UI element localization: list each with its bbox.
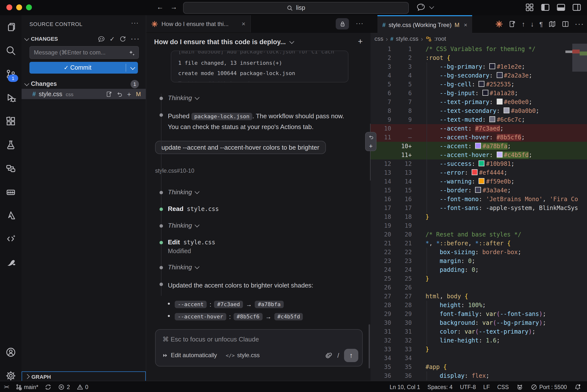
minimize-window-button[interactable] bbox=[16, 4, 22, 10]
more-actions-icon[interactable]: ··· bbox=[356, 20, 364, 27]
breadcrumb-folder[interactable]: css bbox=[374, 35, 383, 42]
back-button[interactable]: ← bbox=[155, 3, 165, 11]
new-chat-button[interactable]: + bbox=[358, 37, 363, 46]
statusbar-css[interactable]: CSS bbox=[497, 384, 509, 390]
toggle-primary-sidebar-button[interactable] bbox=[540, 2, 551, 13]
sidebar-item-containers[interactable] bbox=[0, 180, 22, 204]
tool-use-row[interactable]: Editstyle.cssModified bbox=[146, 238, 371, 255]
account-button[interactable] bbox=[0, 340, 22, 364]
statusbar-port[interactable]: Port : 5500 bbox=[530, 384, 567, 390]
breadcrumb[interactable]: css › # style.css › :root bbox=[374, 33, 446, 45]
sparkle-icon[interactable] bbox=[128, 49, 136, 56]
commit-button[interactable]: ✓ Commit bbox=[30, 62, 138, 74]
changed-file-row[interactable]: # style.css css + M bbox=[22, 89, 146, 99]
scm-count-badge: 1 bbox=[8, 74, 18, 82]
statusbar-remote[interactable]: >< bbox=[4, 384, 9, 390]
close-window-button[interactable] bbox=[7, 4, 12, 10]
code-line: 44 --bg-secondary: #2a2a3e; bbox=[371, 71, 587, 80]
sidebar-item-remote-explorer[interactable] bbox=[0, 156, 22, 180]
close-tab-icon[interactable]: × bbox=[242, 20, 245, 28]
stage-changes-icon[interactable]: + bbox=[127, 90, 131, 98]
sidebar-item-extensions[interactable] bbox=[0, 110, 22, 133]
thinking-row[interactable]: Thinking bbox=[146, 222, 371, 230]
changes-section-header[interactable]: CHANGES ✓ ··· bbox=[22, 34, 146, 44]
statusbar-error[interactable]: 2 bbox=[58, 384, 70, 390]
thinking-row[interactable]: Thinking bbox=[146, 94, 371, 102]
claude-spark-icon[interactable] bbox=[495, 20, 503, 28]
commit-dropdown-button[interactable] bbox=[126, 66, 138, 70]
edit-mode-selector[interactable]: Edit automatically bbox=[163, 352, 217, 359]
toggle-panel-button[interactable] bbox=[555, 2, 566, 13]
sidebar-item-search[interactable] bbox=[0, 39, 22, 62]
statusbar-sync[interactable] bbox=[45, 384, 52, 390]
stage-change-icon[interactable]: + bbox=[369, 144, 372, 149]
more-icon[interactable]: ··· bbox=[575, 20, 584, 28]
map-icon[interactable] bbox=[548, 20, 556, 28]
statusbar-bell[interactable] bbox=[574, 384, 581, 390]
breadcrumb-symbol[interactable]: :root bbox=[434, 35, 446, 42]
code-line: 11– --accent-hover: #8b5cf6; bbox=[371, 133, 587, 142]
editor-lock-button[interactable] bbox=[336, 18, 349, 30]
tool-use-row[interactable]: Readstyle.css bbox=[146, 205, 371, 214]
chat-scrollbar[interactable] bbox=[369, 324, 370, 368]
sidebar-item-explorer[interactable] bbox=[0, 15, 22, 39]
statusbar-spaces-4[interactable]: Spaces: 4 bbox=[427, 384, 452, 390]
statusbar-pig[interactable] bbox=[516, 384, 523, 390]
terminal-line: To https://github.com/... bbox=[178, 78, 341, 82]
scrollbar-thumb[interactable] bbox=[565, 50, 572, 53]
commit-check-icon[interactable]: ✓ bbox=[110, 35, 115, 42]
statusbar-utf-8[interactable]: UTF-8 bbox=[460, 384, 476, 390]
zoom-window-button[interactable] bbox=[26, 4, 32, 10]
commit-message-input[interactable]: Message (⌘Enter to com... bbox=[30, 46, 139, 59]
thinking-row[interactable]: Thinking bbox=[146, 264, 371, 271]
close-tab-icon[interactable]: × bbox=[464, 21, 467, 28]
more-actions-icon[interactable]: ··· bbox=[131, 34, 140, 43]
statusbar-ln-10-col-1[interactable]: Ln 10, Col 1 bbox=[390, 384, 420, 390]
arrow-up-icon[interactable]: ↑ bbox=[522, 20, 525, 28]
thinking-row[interactable]: Thinking bbox=[146, 188, 371, 196]
split-editor-icon[interactable] bbox=[561, 20, 569, 28]
old-line-number: 34 bbox=[372, 354, 391, 362]
chat-session-header[interactable]: How do I ensure that this code is deploy… bbox=[146, 33, 371, 50]
statusbar-branch[interactable]: main* bbox=[15, 384, 38, 390]
sidebar-item-azure[interactable] bbox=[0, 204, 22, 227]
refresh-icon[interactable] bbox=[119, 35, 126, 42]
copilot-menu[interactable] bbox=[416, 2, 436, 12]
editor-tab[interactable]: # style.css (Working Tree) M × bbox=[377, 15, 472, 33]
pilcrow-icon[interactable]: ¶ bbox=[539, 20, 543, 28]
arrow-down-icon[interactable]: ↓ bbox=[530, 20, 534, 28]
attached-file-chip[interactable]: </> style.css bbox=[226, 352, 260, 359]
more-actions-icon[interactable]: ··· bbox=[131, 19, 139, 26]
sidebar-item-code-sparkle[interactable] bbox=[0, 227, 22, 251]
sidebar-item-testing[interactable] bbox=[0, 133, 22, 156]
forward-button[interactable]: → bbox=[169, 3, 179, 11]
toggle-secondary-sidebar-button[interactable] bbox=[571, 2, 582, 13]
command-center-search[interactable]: lisp bbox=[183, 2, 409, 14]
graph-section-header[interactable]: GRAPH bbox=[22, 372, 146, 382]
sidebar-item-source-control[interactable]: 1 bbox=[0, 62, 22, 86]
minimap-viewport[interactable] bbox=[572, 44, 587, 72]
statusbar-warning[interactable]: 0 bbox=[76, 384, 88, 390]
diff-editor: # style.css (Working Tree) M × ↑↓¶··· cs… bbox=[371, 15, 587, 381]
chat-input[interactable]: ⌘ Esc to focus or unfocus Claude Edit au… bbox=[155, 329, 363, 366]
sidebar-item-run-debug[interactable] bbox=[0, 86, 22, 110]
color-swatch bbox=[503, 108, 509, 113]
revert-change-icon[interactable] bbox=[368, 134, 374, 140]
chat-tab[interactable]: How do I ensure that thi... × bbox=[146, 15, 251, 32]
statusbar-lf[interactable]: LF bbox=[483, 384, 490, 390]
attach-icon[interactable] bbox=[325, 352, 333, 359]
file-range-ref[interactable]: style.css#10-10 bbox=[155, 168, 371, 174]
breadcrumb-file[interactable]: style.css bbox=[396, 35, 418, 42]
file-name: style.css bbox=[39, 90, 62, 98]
new-line-number: 10+ bbox=[392, 142, 412, 150]
user-message-bubble[interactable]: update --accent and --accent-hover color… bbox=[155, 141, 326, 154]
slash-command-icon[interactable]: / bbox=[337, 352, 339, 359]
customize-layout-button[interactable] bbox=[524, 2, 535, 13]
send-button[interactable]: ↑ bbox=[344, 348, 358, 362]
discard-changes-icon[interactable] bbox=[116, 90, 123, 98]
comment-code-icon[interactable] bbox=[98, 35, 105, 42]
open-file-icon[interactable] bbox=[106, 90, 112, 98]
open-changes-icon[interactable] bbox=[508, 20, 516, 28]
changes-group-row[interactable]: Changes 1 bbox=[22, 79, 146, 89]
sidebar-item-claude[interactable] bbox=[0, 251, 22, 274]
